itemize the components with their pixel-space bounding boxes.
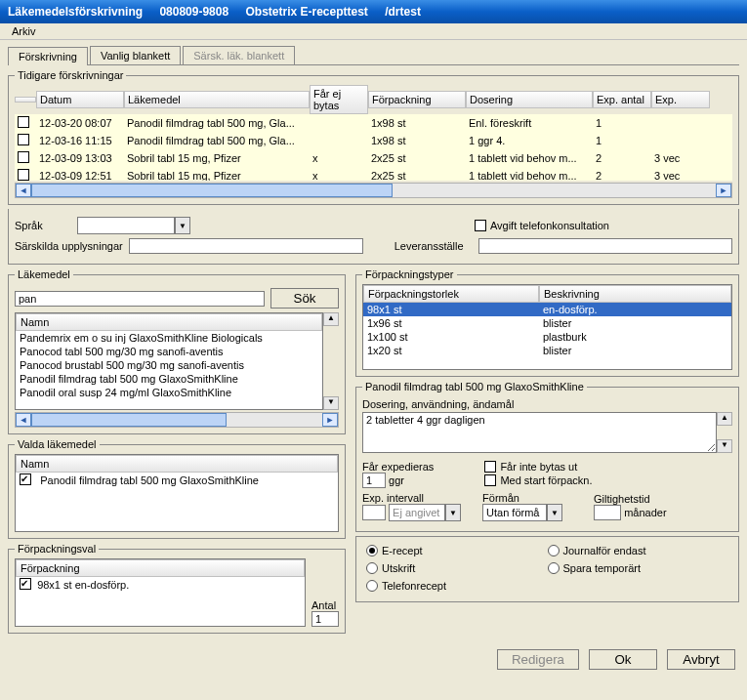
scroll-right-icon[interactable]: ► <box>716 184 731 197</box>
forpval-checkbox[interactable] <box>20 578 31 590</box>
prev-table-body[interactable]: 12-03-20 08:07 Panodil filmdrag tabl 500… <box>15 114 732 181</box>
scroll-thumb[interactable] <box>31 184 393 197</box>
forman-select[interactable] <box>482 504 547 521</box>
giltighet-label: Giltighetstid <box>594 493 666 505</box>
redigera-button: Redigera <box>497 649 579 670</box>
scroll-up-icon[interactable]: ▲ <box>323 312 339 326</box>
antal-label: Antal <box>311 599 339 611</box>
menu-arkiv[interactable]: Arkiv <box>6 23 41 39</box>
tidigare-legend: Tidigare förskrivningar <box>15 69 126 81</box>
pkg-list[interactable]: Förpackningstorlek Beskrivning 98x1 sten… <box>362 284 732 370</box>
ok-button[interactable]: Ok <box>589 649 657 670</box>
forpackningstyper-box: Förpackningstyper Förpackningstorlek Bes… <box>355 268 739 377</box>
destination-box: E-recept Journalför endast Utskrift Spar… <box>355 536 739 602</box>
exp-intervall-input[interactable] <box>362 505 386 520</box>
row-checkbox[interactable] <box>18 169 29 181</box>
forman-label: Förmån <box>482 492 562 504</box>
lakemedel-legend: Läkemedel <box>15 268 73 280</box>
vscrollbar[interactable]: ▲ ▼ <box>717 412 732 453</box>
hscrollbar[interactable]: ◄ ► <box>15 412 339 428</box>
valda-checkbox[interactable] <box>20 474 31 485</box>
chevron-down-icon[interactable]: ▼ <box>175 217 190 234</box>
scroll-down-icon[interactable]: ▼ <box>717 439 732 453</box>
sok-button[interactable]: Sök <box>270 288 339 309</box>
utskrift-radio[interactable] <box>366 562 378 574</box>
list-item[interactable]: 1x20 stblister <box>363 344 731 357</box>
forpval-col[interactable]: Förpackning <box>16 559 305 577</box>
giltighet-input[interactable] <box>594 505 621 520</box>
telefon-radio[interactable] <box>366 580 378 592</box>
avgift-checkbox[interactable] <box>475 220 486 231</box>
valda-col-namn[interactable]: Namn <box>16 455 338 473</box>
list-item[interactable]: Panodil filmdrag tabl 500 mg GlaxoSmithK… <box>16 372 322 386</box>
vscrollbar[interactable]: ▲ ▼ <box>323 312 339 410</box>
row-checkbox[interactable] <box>18 151 29 163</box>
table-row[interactable]: 12-03-09 12:51 Sobril tabl 15 mg, Pfizer… <box>15 167 732 181</box>
spara-radio[interactable] <box>548 562 560 574</box>
list-item[interactable]: Panocod tabl 500 mg/30 mg sanofi-aventis <box>16 345 322 358</box>
sprak-select[interactable] <box>77 217 175 234</box>
table-row[interactable]: 12-03-16 11:15 Panodil filmdrag tabl 500… <box>15 132 732 149</box>
hscrollbar[interactable]: ◄ ► <box>15 183 732 198</box>
forpval-legend: Förpackningsval <box>15 543 99 555</box>
exp-intervall-unit[interactable] <box>389 504 445 521</box>
far-inte-bytas-checkbox[interactable] <box>484 461 496 473</box>
antal-input[interactable] <box>311 611 339 627</box>
title-user: /drtest <box>385 5 421 19</box>
list-item[interactable]: Panodil oral susp 24 mg/ml GlaxoSmithKli… <box>16 386 322 399</box>
col-dosering[interactable]: Dosering <box>466 91 593 108</box>
leverans-input[interactable] <box>478 238 732 254</box>
journalfor-radio[interactable] <box>548 545 560 556</box>
chevron-down-icon[interactable]: ▼ <box>547 504 562 521</box>
col-datum[interactable]: Datum <box>36 91 124 108</box>
forpval-list[interactable]: Förpackning 98x1 st en-dosförp. <box>15 558 306 627</box>
scroll-up-icon[interactable]: ▲ <box>717 412 732 426</box>
list-item[interactable]: 98x1 st en-dosförp. <box>16 577 305 592</box>
journalfor-label: Journalför endast <box>563 545 646 556</box>
list-item[interactable]: Panocod brustabl 500 mg/30 mg sanofi-ave… <box>16 358 322 372</box>
menubar: Arkiv <box>0 23 747 40</box>
exp-intervall-label: Exp. intervall <box>362 492 461 504</box>
pkg-col-storlek[interactable]: Förpackningstorlek <box>363 285 539 303</box>
lakemedel-col-namn[interactable]: Namn <box>16 313 322 331</box>
med-start-checkbox[interactable] <box>484 474 496 486</box>
valda-list[interactable]: Namn Panodil filmdrag tabl 500 mg GlaxoS… <box>15 454 339 532</box>
pkg-legend: Förpackningstyper <box>362 268 457 280</box>
far-exp-input[interactable] <box>362 473 386 488</box>
scroll-left-icon[interactable]: ◄ <box>16 184 31 197</box>
list-item[interactable]: Panodil filmdrag tabl 500 mg GlaxoSmithK… <box>16 473 338 487</box>
lakemedel-list[interactable]: Namn Pandemrix em o su inj GlaxoSmithKli… <box>15 312 323 410</box>
list-item[interactable]: Pandemrix em o su inj GlaxoSmithKline Bi… <box>16 331 322 345</box>
scroll-right-icon[interactable]: ► <box>322 413 338 427</box>
scroll-down-icon[interactable]: ▼ <box>323 396 339 410</box>
row-checkbox[interactable] <box>18 116 29 128</box>
table-row[interactable]: 12-03-20 08:07 Panodil filmdrag tabl 500… <box>15 114 732 132</box>
col-far-ej-bytas[interactable]: Får ej bytas <box>310 85 368 114</box>
avbryt-button[interactable]: Avbryt <box>667 649 735 670</box>
list-item[interactable]: 1x96 stblister <box>363 316 731 330</box>
valda-legend: Valda läkemedel <box>15 438 100 450</box>
col-forpackning[interactable]: Förpackning <box>368 91 466 108</box>
tab-vanlig-blankett[interactable]: Vanlig blankett <box>90 46 181 64</box>
utskrift-label: Utskrift <box>382 562 415 574</box>
tab-forskrivning[interactable]: Förskrivning <box>8 47 88 65</box>
col-exp-antal[interactable]: Exp. antal <box>593 91 651 108</box>
scroll-left-icon[interactable]: ◄ <box>16 413 31 427</box>
e-recept-radio[interactable] <box>366 545 378 556</box>
dosering-textarea[interactable] <box>362 412 717 453</box>
col-lakemedel[interactable]: Läkemedel <box>124 91 310 108</box>
table-row[interactable]: 12-03-09 13:03 Sobril tabl 15 mg, Pfizer… <box>15 149 732 167</box>
lakemedel-search-input[interactable] <box>15 291 265 307</box>
col-exp[interactable]: Exp. <box>651 91 710 108</box>
manader-label: månader <box>624 507 666 518</box>
far-exp-label: Får expedieras <box>362 461 434 473</box>
list-item[interactable]: 98x1 sten-dosförp. <box>363 303 731 316</box>
sarskilda-input[interactable] <box>129 238 363 254</box>
scroll-thumb[interactable] <box>31 413 227 427</box>
mid-options: Språk ▼ Avgift telefonkonsultation Särsk… <box>8 209 739 265</box>
pkg-col-beskrivning[interactable]: Beskrivning <box>539 285 731 303</box>
list-item[interactable]: 1x100 stplastburk <box>363 330 731 344</box>
row-checkbox[interactable] <box>18 134 29 145</box>
lakemedel-box: Läkemedel Sök Namn Pandemrix em o su inj… <box>8 268 346 434</box>
chevron-down-icon[interactable]: ▼ <box>445 504 461 521</box>
